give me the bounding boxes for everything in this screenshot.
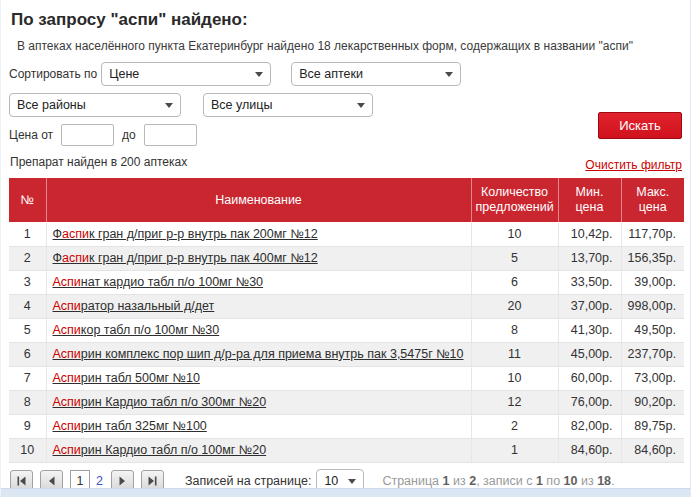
table-row: 5Аспикор табл п/о 100мг №30841,30р.49,50… (9, 318, 684, 342)
row-number: 6 (9, 342, 46, 366)
offers-count: 10 (471, 222, 558, 246)
max-price: 156,35р. (621, 246, 684, 270)
row-number: 5 (9, 318, 46, 342)
min-price: 45,00р. (558, 342, 621, 366)
page-title: По запросу "аспи" найдено: (11, 10, 682, 30)
street-select[interactable]: Все улицы (203, 93, 373, 117)
pharmacy-select[interactable]: Все аптеки (291, 62, 461, 86)
search-match-highlight: аспи (62, 227, 89, 241)
prev-page-icon (47, 476, 57, 486)
product-name-cell: Аспирин табл 325мг №100 (46, 414, 471, 438)
chevron-down-icon (348, 479, 356, 484)
max-price: 998,00р. (621, 294, 684, 318)
search-match-highlight: Аспи (53, 299, 81, 313)
chevron-down-icon (165, 103, 173, 108)
max-price: 39,00р. (621, 270, 684, 294)
product-name-cell: Аспирин Кардио табл п/о 300мг №20 (46, 390, 471, 414)
max-price: 89,75р. (621, 414, 684, 438)
max-price: 84,60р. (621, 438, 684, 462)
per-page-label: Записей на странице: (185, 474, 311, 488)
row-number: 8 (9, 390, 46, 414)
price-to-input[interactable] (144, 124, 197, 146)
product-name-cell: Фаспик гран д/приг р-р внутрь пак 200мг … (46, 222, 471, 246)
results-table-body: 1Фаспик гран д/приг р-р внутрь пак 200мг… (9, 222, 684, 462)
product-name-cell: Аспинат кардио табл п/о 100мг №30 (46, 270, 471, 294)
min-price: 10,42р. (558, 222, 621, 246)
search-match-highlight: аспи (62, 251, 89, 265)
search-match-highlight: Аспи (53, 395, 81, 409)
search-match-highlight: Аспи (53, 275, 81, 289)
row-number: 2 (9, 246, 46, 270)
table-row: 7Аспирин табл 500мг №101060,00р.73,00р. (9, 366, 684, 390)
max-price: 49,50р. (621, 318, 684, 342)
search-match-highlight: Аспи (53, 371, 81, 385)
max-price: 117,70р. (621, 222, 684, 246)
bottom-border-strip (1, 488, 690, 497)
product-link[interactable]: Аспикор табл п/о 100мг №30 (53, 323, 220, 337)
column-header-min-price: Мин. цена (558, 178, 621, 222)
min-price: 13,70р. (558, 246, 621, 270)
min-price: 41,30р. (558, 318, 621, 342)
first-page-icon (16, 476, 27, 486)
results-table: № Наименование Количество предложений Ми… (9, 178, 684, 463)
product-link[interactable]: Аспирин табл 500мг №10 (53, 371, 200, 385)
price-to-label: до (122, 128, 136, 142)
offers-count: 2 (471, 414, 558, 438)
column-header-max-price: Макс. цена (621, 178, 684, 222)
product-link[interactable]: Аспиратор назальный д/дет (53, 299, 215, 313)
product-link[interactable]: Фаспик гран д/приг р-р внутрь пак 200мг … (53, 227, 318, 241)
search-match-highlight: Аспи (53, 443, 81, 457)
next-page-icon (117, 476, 127, 486)
product-link[interactable]: Аспирин Кардио табл п/о 300мг №20 (53, 395, 267, 409)
product-link[interactable]: Фаспик гран д/приг р-р внутрь пак 400мг … (53, 251, 318, 265)
product-name-cell: Аспирин комплекс пор шип д/р-ра для прие… (46, 342, 471, 366)
product-link[interactable]: Аспирин Кардио табл п/о 100мг №20 (53, 443, 267, 457)
offers-count: 8 (471, 318, 558, 342)
offers-count: 20 (471, 294, 558, 318)
price-from-input[interactable] (61, 124, 114, 146)
column-header-num: № (9, 178, 46, 222)
row-number: 7 (9, 366, 46, 390)
last-page-icon (147, 476, 158, 486)
filters-panel: Сортировать по Цене Все аптеки Все район… (9, 62, 682, 169)
search-match-highlight: Аспи (53, 347, 81, 361)
product-link[interactable]: Аспирин табл 325мг №100 (53, 419, 207, 433)
table-header-row: № Наименование Количество предложений Ми… (9, 178, 684, 222)
page-2-link[interactable]: 2 (96, 474, 103, 488)
table-row: 4Аспиратор назальный д/дет2037,00р.998,0… (9, 294, 684, 318)
search-button[interactable]: Искать (598, 112, 682, 139)
page-status: Страница 1 из 2, записи с 1 по 10 из 18. (382, 474, 614, 488)
offers-count: 10 (471, 366, 558, 390)
page-subtitle: В аптеках населённого пункта Екатеринбур… (17, 39, 682, 53)
column-header-offers: Количество предложений (471, 178, 558, 222)
offers-count: 11 (471, 342, 558, 366)
price-from-label: Цена от (9, 128, 53, 142)
product-name-cell: Аспирин табл 500мг №10 (46, 366, 471, 390)
district-select[interactable]: Все районы (9, 93, 181, 117)
offers-count: 12 (471, 390, 558, 414)
row-number: 9 (9, 414, 46, 438)
found-in-pharmacies-text: Препарат найден в 200 аптеках (10, 155, 682, 169)
product-link[interactable]: Аспирин комплекс пор шип д/р-ра для прие… (53, 347, 464, 361)
chevron-down-icon (357, 103, 365, 108)
sort-select[interactable]: Цене (101, 62, 271, 86)
sort-select-value: Цене (109, 67, 139, 81)
table-row: 3Аспинат кардио табл п/о 100мг №30633,50… (9, 270, 684, 294)
min-price: 37,00р. (558, 294, 621, 318)
product-link[interactable]: Аспинат кардио табл п/о 100мг №30 (53, 275, 264, 289)
row-number: 1 (9, 222, 46, 246)
table-row: 8Аспирин Кардио табл п/о 300мг №201276,0… (9, 390, 684, 414)
offers-count: 5 (471, 246, 558, 270)
sort-label: Сортировать по (9, 67, 97, 81)
max-price: 237,70р. (621, 342, 684, 366)
min-price: 60,00р. (558, 366, 621, 390)
pharmacy-select-value: Все аптеки (299, 67, 363, 81)
product-name-cell: Аспикор табл п/о 100мг №30 (46, 318, 471, 342)
clear-filter-link[interactable]: Очистить фильтр (585, 158, 682, 172)
district-select-value: Все районы (17, 98, 86, 112)
table-row: 1Фаспик гран д/приг р-р внутрь пак 200мг… (9, 222, 684, 246)
column-header-name: Наименование (46, 178, 471, 222)
chevron-down-icon (445, 72, 453, 77)
max-price: 73,00р. (621, 366, 684, 390)
table-row: 2Фаспик гран д/приг р-р внутрь пак 400мг… (9, 246, 684, 270)
